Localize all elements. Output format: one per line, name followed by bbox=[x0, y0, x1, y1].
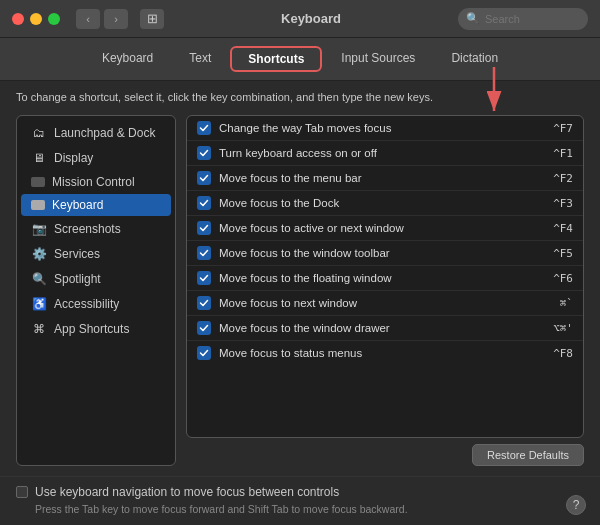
keyboard-icon bbox=[31, 200, 45, 210]
sidebar-label-display: Display bbox=[54, 151, 93, 165]
restore-defaults-button[interactable]: Restore Defaults bbox=[472, 444, 584, 466]
nav-checkbox-row: Use keyboard navigation to move focus be… bbox=[16, 485, 584, 499]
shortcut-checkbox[interactable] bbox=[197, 246, 211, 260]
right-panel: Change the way Tab moves focus^F7Turn ke… bbox=[186, 115, 584, 466]
shortcut-key: ^F3 bbox=[538, 197, 573, 210]
content-area: To change a shortcut, select it, click t… bbox=[0, 81, 600, 476]
sidebar-label-accessibility: Accessibility bbox=[54, 297, 119, 311]
sidebar: 🗂 Launchpad & Dock 🖥 Display Mission Con… bbox=[16, 115, 176, 466]
shortcut-key: ^F1 bbox=[538, 147, 573, 160]
spotlight-icon: 🔍 bbox=[31, 271, 47, 287]
table-row[interactable]: Move focus to the window drawer⌥⌘' bbox=[187, 316, 583, 341]
shortcut-key: ⌥⌘' bbox=[538, 322, 573, 335]
shortcut-checkbox[interactable] bbox=[197, 146, 211, 160]
nav-checkbox-label: Use keyboard navigation to move focus be… bbox=[35, 485, 339, 499]
tab-keyboard[interactable]: Keyboard bbox=[85, 46, 170, 72]
sidebar-label-screenshots: Screenshots bbox=[54, 222, 121, 236]
shortcut-checkbox[interactable] bbox=[197, 346, 211, 360]
shortcut-key: ⌘` bbox=[538, 297, 573, 310]
tab-input-sources[interactable]: Input Sources bbox=[324, 46, 432, 72]
services-icon: ⚙️ bbox=[31, 246, 47, 262]
screenshots-icon: 📷 bbox=[31, 221, 47, 237]
back-button[interactable]: ‹ bbox=[76, 9, 100, 29]
sidebar-item-launchpad[interactable]: 🗂 Launchpad & Dock bbox=[21, 121, 171, 145]
shortcut-label: Turn keyboard access on or off bbox=[219, 147, 530, 159]
sidebar-label-services: Services bbox=[54, 247, 100, 261]
tab-text[interactable]: Text bbox=[172, 46, 228, 72]
table-row[interactable]: Turn keyboard access on or off^F1 bbox=[187, 141, 583, 166]
sidebar-item-services[interactable]: ⚙️ Services bbox=[21, 242, 171, 266]
main-area: 🗂 Launchpad & Dock 🖥 Display Mission Con… bbox=[16, 115, 584, 466]
table-row[interactable]: Move focus to active or next window^F4 bbox=[187, 216, 583, 241]
sidebar-label-launchpad: Launchpad & Dock bbox=[54, 126, 155, 140]
shortcut-checkbox[interactable] bbox=[197, 321, 211, 335]
sidebar-item-app-shortcuts[interactable]: ⌘ App Shortcuts bbox=[21, 317, 171, 341]
help-button[interactable]: ? bbox=[566, 495, 586, 515]
tabs-row: Keyboard Text Shortcuts Input Sources Di… bbox=[0, 38, 600, 81]
shortcut-label: Move focus to next window bbox=[219, 297, 530, 309]
sidebar-label-keyboard: Keyboard bbox=[52, 198, 103, 212]
sidebar-item-spotlight[interactable]: 🔍 Spotlight bbox=[21, 267, 171, 291]
shortcut-label: Move focus to status menus bbox=[219, 347, 530, 359]
sidebar-item-accessibility[interactable]: ♿ Accessibility bbox=[21, 292, 171, 316]
app-grid-button[interactable]: ⊞ bbox=[140, 9, 164, 29]
shortcut-checkbox[interactable] bbox=[197, 221, 211, 235]
display-icon: 🖥 bbox=[31, 150, 47, 166]
mission-control-icon bbox=[31, 177, 45, 187]
shortcut-key: ^F8 bbox=[538, 347, 573, 360]
traffic-lights bbox=[12, 13, 60, 25]
table-row[interactable]: Move focus to the floating window^F6 bbox=[187, 266, 583, 291]
tab-shortcuts[interactable]: Shortcuts bbox=[230, 46, 322, 72]
window-title: Keyboard bbox=[172, 11, 450, 26]
sidebar-item-keyboard[interactable]: Keyboard bbox=[21, 194, 171, 216]
table-row[interactable]: Move focus to the window toolbar^F5 bbox=[187, 241, 583, 266]
app-shortcuts-icon: ⌘ bbox=[31, 321, 47, 337]
shortcut-key: ^F4 bbox=[538, 222, 573, 235]
sidebar-label-app-shortcuts: App Shortcuts bbox=[54, 322, 129, 336]
right-panel-wrapper: Change the way Tab moves focus^F7Turn ke… bbox=[186, 115, 584, 466]
shortcut-label: Move focus to the window toolbar bbox=[219, 247, 530, 259]
accessibility-icon: ♿ bbox=[31, 296, 47, 312]
search-bar[interactable]: 🔍 bbox=[458, 8, 588, 30]
maximize-button[interactable] bbox=[48, 13, 60, 25]
shortcut-label: Change the way Tab moves focus bbox=[219, 122, 530, 134]
launchpad-icon: 🗂 bbox=[31, 125, 47, 141]
shortcut-label: Move focus to the floating window bbox=[219, 272, 530, 284]
titlebar: ‹ › ⊞ Keyboard 🔍 bbox=[0, 0, 600, 38]
hint-text: To change a shortcut, select it, click t… bbox=[16, 91, 584, 103]
shortcut-label: Move focus to the window drawer bbox=[219, 322, 530, 334]
table-row[interactable]: Change the way Tab moves focus^F7 bbox=[187, 116, 583, 141]
sidebar-item-display[interactable]: 🖥 Display bbox=[21, 146, 171, 170]
bottom-section: Use keyboard navigation to move focus be… bbox=[0, 476, 600, 525]
shortcut-key: ^F5 bbox=[538, 247, 573, 260]
nav-buttons: ‹ › bbox=[76, 9, 128, 29]
table-row[interactable]: Move focus to the Dock^F3 bbox=[187, 191, 583, 216]
close-button[interactable] bbox=[12, 13, 24, 25]
shortcut-label: Move focus to active or next window bbox=[219, 222, 530, 234]
shortcut-label: Move focus to the Dock bbox=[219, 197, 530, 209]
shortcut-label: Move focus to the menu bar bbox=[219, 172, 530, 184]
search-input[interactable] bbox=[485, 13, 580, 25]
shortcut-checkbox[interactable] bbox=[197, 271, 211, 285]
minimize-button[interactable] bbox=[30, 13, 42, 25]
sidebar-label-spotlight: Spotlight bbox=[54, 272, 101, 286]
sidebar-label-mission-control: Mission Control bbox=[52, 175, 135, 189]
sidebar-item-screenshots[interactable]: 📷 Screenshots bbox=[21, 217, 171, 241]
shortcut-checkbox[interactable] bbox=[197, 296, 211, 310]
tab-dictation[interactable]: Dictation bbox=[434, 46, 515, 72]
table-row[interactable]: Move focus to next window⌘` bbox=[187, 291, 583, 316]
forward-button[interactable]: › bbox=[104, 9, 128, 29]
nav-checkbox[interactable] bbox=[16, 486, 28, 498]
search-icon: 🔍 bbox=[466, 12, 480, 25]
table-row[interactable]: Move focus to status menus^F8 bbox=[187, 341, 583, 365]
shortcut-key: ^F6 bbox=[538, 272, 573, 285]
shortcut-checkbox[interactable] bbox=[197, 121, 211, 135]
sidebar-item-mission-control[interactable]: Mission Control bbox=[21, 171, 171, 193]
shortcut-key: ^F2 bbox=[538, 172, 573, 185]
bottom-hint: Press the Tab key to move focus forward … bbox=[35, 503, 584, 515]
table-row[interactable]: Move focus to the menu bar^F2 bbox=[187, 166, 583, 191]
shortcut-checkbox[interactable] bbox=[197, 171, 211, 185]
shortcut-checkbox[interactable] bbox=[197, 196, 211, 210]
shortcuts-table: Change the way Tab moves focus^F7Turn ke… bbox=[186, 115, 584, 438]
shortcut-key: ^F7 bbox=[538, 122, 573, 135]
